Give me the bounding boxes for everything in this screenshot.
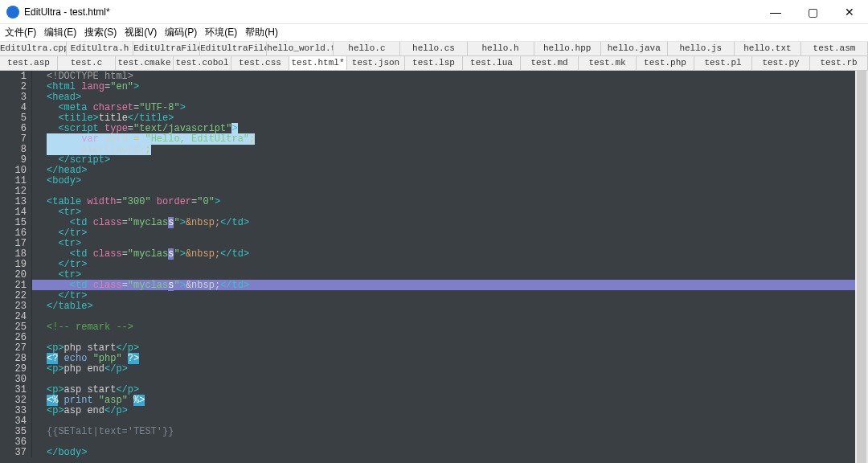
tab[interactable]: hello.hpp <box>534 42 601 55</box>
tab-row-2: test.asptest.ctest.cmaketest.coboltest.c… <box>0 56 868 71</box>
code-line[interactable] <box>32 186 855 196</box>
line-number-gutter: 1234567891011121314151617181920212223242… <box>0 71 32 457</box>
tab-row-1: EditUltra.cppEditUltra.hEditUltraFile.cp… <box>0 42 868 56</box>
code-line[interactable]: <p>php end</p> <box>32 363 855 374</box>
code-line[interactable]: <table width="300" border="0"> <box>32 196 855 207</box>
menu-file[interactable]: 文件(F) <box>5 26 36 39</box>
vertical-scrollbar[interactable] <box>855 71 868 463</box>
menu-env[interactable]: 环境(E) <box>205 26 237 39</box>
window-title: EditUltra - test.html* <box>24 6 757 18</box>
tab[interactable]: test.asp <box>0 56 58 70</box>
code-line[interactable]: </table> <box>32 301 855 311</box>
editor-area[interactable]: 1234567891011121314151617181920212223242… <box>0 71 868 463</box>
minimize-button[interactable]: — <box>757 0 794 23</box>
tab[interactable]: EditUltraFile.h <box>200 42 267 55</box>
code-line[interactable]: </tr> <box>32 259 855 269</box>
tab[interactable]: hello.cs <box>400 42 467 55</box>
code-line[interactable]: {{SETalt|text='TEST'}} <box>32 426 855 436</box>
tab[interactable]: test.mk <box>579 56 637 70</box>
tab[interactable]: test.html* <box>289 56 347 70</box>
app-icon <box>6 6 19 18</box>
code-line[interactable]: <p>asp start</p> <box>32 384 855 395</box>
tab[interactable]: hello.txt <box>735 42 801 55</box>
code-line[interactable]: <td class="myclass">&nbsp;</td> <box>32 217 855 227</box>
menu-encoding[interactable]: 编码(P) <box>165 26 197 39</box>
code-line[interactable]: <!DOCTYPE html> <box>32 71 855 81</box>
tab[interactable]: test.json <box>347 56 405 70</box>
code-line[interactable]: <title>title</title> <box>32 113 855 123</box>
code-line[interactable]: <!-- remark --> <box>32 322 855 332</box>
code-line[interactable] <box>32 416 855 426</box>
code-line[interactable]: </tr> <box>32 290 855 301</box>
code-line[interactable]: <p>asp end</p> <box>32 405 855 416</box>
tab[interactable]: EditUltraFile.cpp <box>133 42 200 55</box>
code-line[interactable]: <% print "asp" %> <box>32 395 855 405</box>
tab[interactable]: hello.java <box>601 42 668 55</box>
tab[interactable]: hello_world.txt <box>267 42 334 55</box>
code-line[interactable]: <? echo "php" ?> <box>32 353 855 363</box>
tab[interactable]: hello.js <box>668 42 735 55</box>
code-line[interactable]: <body> <box>32 175 855 186</box>
code-line[interactable]: </tr> <box>32 227 855 238</box>
code-line[interactable]: <tr> <box>32 269 855 280</box>
titlebar: EditUltra - test.html* — ▢ ✕ <box>0 0 868 24</box>
maximize-button[interactable]: ▢ <box>794 0 831 23</box>
code-line[interactable]: <td class="myclass">&nbsp;</td> <box>32 248 855 259</box>
tab[interactable]: test.css <box>231 56 289 70</box>
code-line[interactable]: <tr> <box>32 238 855 248</box>
menu-search[interactable]: 搜索(S) <box>84 26 117 39</box>
code-line[interactable] <box>32 332 855 342</box>
tab[interactable]: test.cobol <box>174 56 231 70</box>
code-line[interactable]: <meta charset="UTF-8"> <box>32 102 855 113</box>
tab[interactable]: test.rb <box>810 56 868 70</box>
code-content[interactable]: <!DOCTYPE html><html lang="en"><head> <m… <box>32 71 855 457</box>
menu-help[interactable]: 帮助(H) <box>245 26 278 39</box>
code-line[interactable]: </script> <box>32 154 855 165</box>
tab[interactable]: test.c <box>58 56 116 70</box>
code-line[interactable]: <td class="myclass">&nbsp;</td> <box>32 280 855 290</box>
tab[interactable]: hello.h <box>468 42 534 55</box>
code-line[interactable] <box>32 374 855 384</box>
scrollbar-thumb[interactable] <box>857 71 866 463</box>
code-line[interactable]: <script type="text/javascript"> <box>32 123 855 133</box>
code-line[interactable]: <p>php start</p> <box>32 342 855 353</box>
code-line[interactable]: </body> <box>32 447 855 457</box>
tab[interactable]: test.cmake <box>116 56 174 70</box>
menu-edit[interactable]: 编辑(E) <box>44 26 76 39</box>
tab[interactable]: test.lua <box>463 56 521 70</box>
tab[interactable]: test.py <box>752 56 810 70</box>
tab[interactable]: test.md <box>521 56 579 70</box>
tab[interactable]: test.asm <box>801 42 868 55</box>
tab[interactable]: EditUltra.cpp <box>0 42 67 55</box>
code-line[interactable]: var word = "Hello, EditUltra"; <box>32 133 855 144</box>
tab[interactable]: test.pl <box>694 56 752 70</box>
code-line[interactable] <box>32 311 855 322</box>
tab[interactable]: test.php <box>637 56 694 70</box>
window-controls: — ▢ ✕ <box>757 0 868 23</box>
code-line[interactable]: <tr> <box>32 207 855 217</box>
tab[interactable]: test.lsp <box>405 56 463 70</box>
code-line[interactable]: </head> <box>32 165 855 175</box>
menu-bar: 文件(F) 编辑(E) 搜索(S) 视图(V) 编码(P) 环境(E) 帮助(H… <box>0 24 868 42</box>
menu-view[interactable]: 视图(V) <box>125 26 157 39</box>
tab[interactable]: EditUltra.h <box>67 42 133 55</box>
close-button[interactable]: ✕ <box>831 0 868 23</box>
code-line[interactable]: <html lang="en"> <box>32 81 855 92</box>
tab[interactable]: hello.c <box>334 42 400 55</box>
code-line[interactable]: alert(word); <box>32 144 855 154</box>
code-line[interactable]: <head> <box>32 92 855 102</box>
code-line[interactable] <box>32 436 855 447</box>
